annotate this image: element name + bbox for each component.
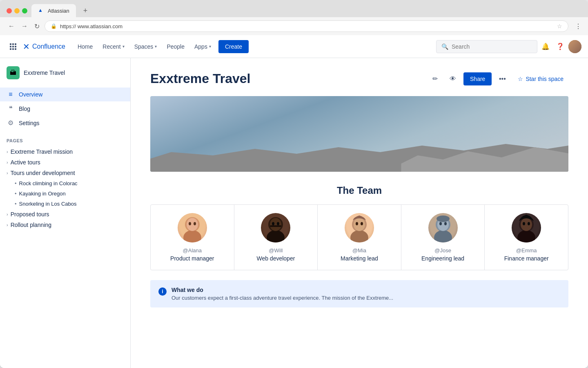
sidebar-item-overview[interactable]: ≡ Overview	[0, 88, 130, 101]
role-mia: Marketing lead	[324, 255, 394, 262]
settings-label: Settings	[19, 120, 40, 126]
confluence-logo[interactable]: ✕ Confluence	[23, 42, 65, 52]
notifications-button[interactable]: 🔔	[539, 40, 552, 53]
svg-point-20	[194, 222, 196, 225]
page-label: Rollout planning	[11, 222, 51, 228]
role-jose: Engineering lead	[408, 255, 478, 262]
space-header: 🏔 Exxtreme Travel	[0, 66, 130, 88]
svg-point-19	[189, 222, 191, 225]
blog-icon: ❝	[7, 105, 15, 112]
browser-titlebar: ▲ Atlassian +	[0, 0, 588, 17]
address-bar[interactable]: 🔒 https:// www.atlassian.com ☆	[45, 20, 568, 32]
home-nav-item[interactable]: Home	[74, 40, 97, 53]
search-input[interactable]	[452, 43, 532, 50]
page-chevron-icon: ›	[7, 149, 8, 154]
svg-point-17	[183, 230, 201, 242]
browser-menu-icon[interactable]: ⋮	[575, 22, 581, 30]
spaces-nav-item[interactable]: Spaces ▾	[130, 40, 161, 53]
tab-title: Atlassian	[48, 8, 69, 14]
page-item-mission[interactable]: › Exxtreme Travel mission	[7, 146, 124, 157]
minimize-button[interactable]	[14, 8, 20, 13]
page-chevron-icon: ›	[7, 212, 8, 217]
apps-nav-item[interactable]: Apps ▾	[190, 40, 215, 53]
team-card-will: @Will Web developer	[234, 205, 318, 270]
watch-button[interactable]: 👁	[445, 72, 460, 86]
overview-label: Overview	[19, 91, 42, 98]
svg-point-40	[521, 218, 532, 231]
team-card-emma: @Emma Finance manager	[485, 205, 568, 270]
username-jose: @Jose	[408, 247, 478, 254]
back-button[interactable]: ←	[7, 21, 16, 31]
grid-menu-icon[interactable]	[7, 40, 20, 53]
tab-favicon: ▲	[38, 7, 45, 14]
overview-icon: ≡	[7, 91, 15, 98]
page-label: Proposed tours	[11, 211, 49, 218]
address-bar-row: ← → ↻ 🔒 https:// www.atlassian.com ☆ ⋮	[0, 17, 588, 35]
browser-window: ▲ Atlassian + ← → ↻ 🔒 https:// www.atlas…	[0, 0, 588, 368]
sidebar-item-settings[interactable]: ⚙ Settings	[0, 116, 130, 130]
team-card-jose: @Jose Engineering lead	[401, 205, 485, 270]
people-nav-item[interactable]: People	[163, 40, 189, 53]
sub-page-snorkeling[interactable]: • Snorkeling in Los Cabos	[15, 199, 124, 209]
share-button[interactable]: Share	[463, 72, 492, 85]
main-content: Exxtreme Travel ✏ 👁 Share ••• ☆ Star thi…	[131, 58, 588, 368]
recent-nav-item[interactable]: Recent ▾	[98, 40, 128, 53]
svg-point-22	[267, 230, 285, 242]
role-will: Web developer	[241, 255, 311, 262]
svg-point-28	[350, 230, 368, 242]
window-controls	[7, 8, 27, 13]
sidebar: 🏔 Exxtreme Travel ≡ Overview ❝ Blog ⚙ Se…	[0, 58, 131, 368]
browser-tab[interactable]: ▲ Atlassian	[31, 4, 76, 17]
star-space-button[interactable]: ☆ Star this space	[513, 72, 568, 85]
refresh-button[interactable]: ↻	[33, 21, 41, 32]
info-box: i What we do Our customers expect a firs…	[150, 280, 568, 307]
role-alana: Product manager	[157, 255, 227, 262]
page-label: Tours under development	[11, 170, 75, 176]
maximize-button[interactable]	[22, 8, 27, 13]
team-title: The Team	[150, 185, 568, 196]
avatar-emma	[512, 213, 541, 242]
create-button[interactable]: Create	[218, 40, 249, 53]
space-icon: 🏔	[7, 66, 20, 79]
more-actions-button[interactable]: •••	[495, 72, 510, 86]
sidebar-navigation: ≡ Overview ❝ Blog ⚙ Settings	[0, 88, 130, 130]
apps-chevron-icon: ▾	[209, 44, 211, 49]
sub-pages: • Rock climbing in Colorac • Kayaking in…	[7, 178, 124, 209]
avatar-emma-svg	[512, 213, 541, 242]
page-item-proposed[interactable]: › Proposed tours	[7, 209, 124, 220]
user-avatar[interactable]	[568, 40, 581, 53]
forward-button[interactable]: →	[20, 21, 29, 31]
page-item-tours-dev[interactable]: › Tours under development	[7, 168, 124, 178]
edit-button[interactable]: ✏	[428, 72, 442, 86]
info-title: What we do	[172, 287, 393, 293]
avatar-jose-svg	[428, 213, 458, 242]
svg-rect-26	[270, 225, 281, 227]
svg-point-25	[277, 222, 279, 225]
search-bar[interactable]: 🔍	[436, 40, 537, 53]
avatar-jose	[428, 213, 458, 242]
sub-page-kayaking[interactable]: • Kayaking in Oregon	[15, 188, 124, 199]
blog-label: Blog	[19, 105, 30, 112]
lock-icon: 🔒	[51, 23, 57, 29]
svg-point-41	[523, 222, 525, 225]
avatar-mia	[345, 213, 374, 242]
page-actions: ✏ 👁 Share ••• ☆ Star this space	[428, 72, 568, 86]
star-space-label: Star this space	[526, 76, 564, 82]
page-item-active-tours[interactable]: › Active tours	[7, 157, 124, 168]
page-chevron-icon: ›	[7, 171, 8, 175]
page-item-rollout[interactable]: › Rollout planning	[7, 220, 124, 230]
info-text: Our customers expect a first-class adven…	[172, 295, 393, 301]
settings-icon: ⚙	[7, 119, 15, 127]
close-button[interactable]	[7, 8, 12, 13]
hero-svg	[150, 96, 568, 172]
svg-point-23	[270, 218, 281, 231]
bookmark-icon[interactable]: ☆	[557, 23, 562, 29]
sub-page-rock-climbing[interactable]: • Rock climbing in Colorac	[15, 178, 124, 188]
team-grid: @Alana Product manager	[150, 204, 568, 270]
page-chevron-icon: ›	[7, 160, 8, 165]
main-layout: 🏔 Exxtreme Travel ≡ Overview ❝ Blog ⚙ Se…	[0, 58, 588, 368]
svg-point-36	[444, 222, 447, 225]
help-button[interactable]: ❓	[554, 40, 567, 53]
new-tab-button[interactable]: +	[80, 5, 91, 17]
sidebar-item-blog[interactable]: ❝ Blog	[0, 101, 130, 116]
